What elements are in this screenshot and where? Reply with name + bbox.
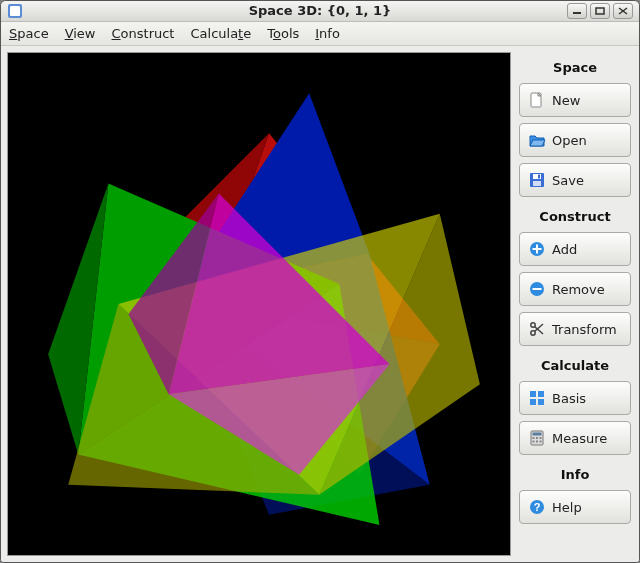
save-button[interactable]: Save [519,163,631,197]
sidebar-heading-space: Space [519,54,631,81]
svg-rect-39 [530,399,536,405]
content-area: Space New Open Save Construct Add Remove [1,46,639,562]
remove-label: Remove [552,282,605,297]
svg-rect-48 [540,441,542,443]
transform-label: Transform [552,322,617,337]
menu-construct[interactable]: Construct [112,26,175,41]
save-icon [528,171,546,189]
remove-icon [528,280,546,298]
remove-button[interactable]: Remove [519,272,631,306]
svg-rect-37 [530,391,536,397]
sidebar: Space New Open Save Construct Add Remove [517,52,633,556]
svg-rect-43 [533,437,535,439]
svg-rect-47 [536,441,538,443]
minimize-button[interactable] [567,3,587,19]
svg-text:?: ? [534,501,541,513]
menu-view[interactable]: View [65,26,96,41]
svg-rect-44 [536,437,538,439]
svg-rect-30 [533,248,542,250]
menubar: Space View Construct Calculate Tools Inf… [1,22,639,46]
save-label: Save [552,173,584,188]
menu-calculate[interactable]: Calculate [190,26,251,41]
open-icon [528,131,546,149]
open-label: Open [552,133,587,148]
svg-rect-1 [10,6,20,16]
menu-tools[interactable]: Tools [267,26,299,41]
maximize-button[interactable] [590,3,610,19]
svg-rect-38 [538,391,544,397]
close-button[interactable] [613,3,633,19]
add-icon [528,240,546,258]
svg-rect-3 [596,8,604,14]
titlebar[interactable]: Space 3D: {0, 1, 1} [1,1,639,22]
new-button[interactable]: New [519,83,631,117]
app-window: Space 3D: {0, 1, 1} Space View Construct… [0,0,640,563]
new-icon [528,91,546,109]
help-button[interactable]: ? Help [519,490,631,524]
basis-button[interactable]: Basis [519,381,631,415]
svg-rect-32 [533,288,542,290]
window-controls [567,3,633,19]
svg-rect-26 [533,181,541,186]
add-label: Add [552,242,577,257]
basis-label: Basis [552,391,586,406]
menu-space[interactable]: Space [9,26,49,41]
sidebar-heading-construct: Construct [519,203,631,230]
sidebar-heading-info: Info [519,461,631,488]
scissors-icon [528,320,546,338]
calculator-icon [528,429,546,447]
grid-icon [528,389,546,407]
help-icon: ? [528,498,546,516]
measure-button[interactable]: Measure [519,421,631,455]
svg-rect-40 [538,399,544,405]
new-label: New [552,93,580,108]
measure-label: Measure [552,431,607,446]
svg-rect-46 [533,441,535,443]
3d-viewport[interactable] [7,52,511,556]
menu-info[interactable]: Info [315,26,340,41]
window-title: Space 3D: {0, 1, 1} [1,3,639,18]
svg-rect-45 [540,437,542,439]
add-button[interactable]: Add [519,232,631,266]
open-button[interactable]: Open [519,123,631,157]
transform-button[interactable]: Transform [519,312,631,346]
3d-scene [8,53,510,555]
app-icon [7,3,23,19]
help-label: Help [552,500,582,515]
svg-rect-42 [533,433,542,436]
svg-rect-27 [538,175,540,179]
sidebar-heading-calculate: Calculate [519,352,631,379]
